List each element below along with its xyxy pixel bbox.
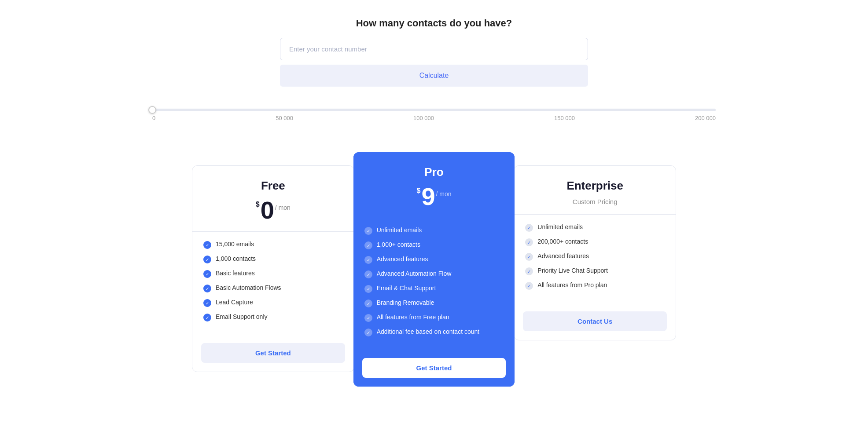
enterprise-custom-pricing: Custom Pricing	[523, 198, 667, 205]
slider-track	[152, 109, 716, 111]
check-icon: ✓	[525, 267, 533, 275]
enterprise-plan-footer: Contact Us	[514, 305, 676, 340]
pricing-section: Free $ 0 / mon ✓ 15,000 emails ✓ 1,000 c…	[192, 152, 676, 387]
list-item: ✓ 15,000 emails	[203, 241, 343, 249]
feature-text: 1,000+ contacts	[377, 241, 420, 248]
free-plan-name: Free	[201, 179, 345, 193]
feature-text: Unlimited emails	[537, 223, 583, 230]
feature-text: Email Support only	[216, 313, 268, 320]
check-icon: ✓	[364, 270, 372, 278]
check-icon: ✓	[364, 227, 372, 235]
feature-text: Advanced Automation Flow	[377, 270, 452, 277]
feature-text: 200,000+ contacts	[537, 238, 588, 245]
pro-plan-header: Pro $ 9 / mon	[353, 152, 515, 218]
slider-container[interactable]: 0 50 000 100 000 150 000 200 000	[152, 100, 716, 135]
list-item: ✓ Unlimited emails	[364, 226, 504, 235]
check-icon: ✓	[203, 241, 211, 249]
enterprise-plan-name: Enterprise	[523, 179, 667, 193]
slider-label-150k: 150 000	[554, 115, 575, 121]
contact-number-input[interactable]	[280, 38, 588, 60]
enterprise-contact-us-button[interactable]: Contact Us	[523, 311, 667, 331]
check-icon: ✓	[203, 285, 211, 292]
list-item: ✓ Advanced features	[364, 256, 504, 264]
feature-text: Basic features	[216, 270, 255, 277]
slider-label-50k: 50 000	[276, 115, 293, 121]
check-icon: ✓	[364, 241, 372, 249]
check-icon: ✓	[203, 299, 211, 307]
free-get-started-button[interactable]: Get Started	[201, 343, 345, 363]
slider-thumb[interactable]	[148, 106, 156, 114]
feature-text: All features from Free plan	[377, 314, 449, 321]
page-title: How many contacts do you have?	[356, 18, 512, 29]
feature-text: Advanced features	[537, 252, 589, 259]
free-price-period: / mon	[275, 204, 291, 211]
check-icon: ✓	[525, 224, 533, 232]
check-icon: ✓	[364, 314, 372, 322]
pro-price-amount: 9	[421, 184, 435, 209]
pro-plan-price: $ 9 / mon	[362, 184, 506, 209]
list-item: ✓ Basic Automation Flows	[203, 284, 343, 292]
list-item: ✓ Email & Chat Support	[364, 285, 504, 293]
list-item: ✓ Basic features	[203, 270, 343, 278]
feature-text: All features from Pro plan	[537, 281, 607, 289]
list-item: ✓ Priority Live Chat Support	[525, 267, 665, 275]
free-price-currency: $	[256, 201, 260, 208]
calculate-button[interactable]: Calculate	[280, 65, 588, 87]
pro-price-currency: $	[416, 187, 420, 195]
check-icon: ✓	[364, 256, 372, 264]
check-icon: ✓	[364, 285, 372, 293]
slider-section: 0 50 000 100 000 150 000 200 000	[126, 100, 742, 135]
list-item: ✓ Branding Removable	[364, 299, 504, 307]
free-plan-header: Free $ 0 / mon	[192, 166, 354, 232]
contact-input-section: Calculate	[280, 38, 588, 100]
check-icon: ✓	[203, 270, 211, 278]
free-price-amount: 0	[261, 198, 274, 223]
check-icon: ✓	[364, 329, 372, 336]
feature-text: Basic Automation Flows	[216, 284, 281, 291]
slider-labels: 0 50 000 100 000 150 000 200 000	[152, 115, 716, 121]
feature-text: Unlimited emails	[377, 226, 422, 234]
feature-text: Additional fee based on contact count	[377, 328, 480, 335]
list-item: ✓ Advanced Automation Flow	[364, 270, 504, 278]
list-item: ✓ Lead Capture	[203, 299, 343, 307]
feature-text: Branding Removable	[377, 299, 434, 306]
list-item: ✓ Unlimited emails	[525, 223, 665, 232]
enterprise-plan-header: Enterprise Custom Pricing	[514, 166, 676, 215]
check-icon: ✓	[364, 300, 372, 307]
slider-label-200k: 200 000	[695, 115, 716, 121]
pro-get-started-button[interactable]: Get Started	[362, 358, 506, 378]
list-item: ✓ All features from Free plan	[364, 314, 504, 322]
pro-price-period: / mon	[436, 190, 452, 197]
free-plan-price: $ 0 / mon	[201, 198, 345, 223]
list-item: ✓ Email Support only	[203, 313, 343, 321]
check-icon: ✓	[525, 238, 533, 246]
check-icon: ✓	[525, 253, 533, 261]
pro-plan-card: Pro $ 9 / mon ✓ Unlimited emails ✓ 1,000…	[353, 152, 515, 387]
list-item: ✓ 1,000+ contacts	[364, 241, 504, 249]
check-icon: ✓	[203, 314, 211, 321]
feature-text: 15,000 emails	[216, 241, 254, 248]
feature-text: Email & Chat Support	[377, 285, 436, 292]
list-item: ✓ Advanced features	[525, 252, 665, 261]
free-plan-card: Free $ 0 / mon ✓ 15,000 emails ✓ 1,000 c…	[192, 165, 354, 372]
pro-plan-features: ✓ Unlimited emails ✓ 1,000+ contacts ✓ A…	[353, 218, 515, 351]
feature-text: Advanced features	[377, 256, 428, 263]
feature-text: Lead Capture	[216, 299, 253, 306]
list-item: ✓ 200,000+ contacts	[525, 238, 665, 246]
pro-plan-footer: Get Started	[353, 351, 515, 387]
feature-text: Priority Live Chat Support	[537, 267, 608, 274]
enterprise-plan-features: ✓ Unlimited emails ✓ 200,000+ contacts ✓…	[514, 215, 676, 305]
feature-text: 1,000 contacts	[216, 255, 256, 262]
free-plan-features: ✓ 15,000 emails ✓ 1,000 contacts ✓ Basic…	[192, 232, 354, 336]
list-item: ✓ 1,000 contacts	[203, 255, 343, 263]
pro-plan-name: Pro	[362, 165, 506, 179]
list-item: ✓ Additional fee based on contact count	[364, 328, 504, 336]
enterprise-plan-card: Enterprise Custom Pricing ✓ Unlimited em…	[514, 165, 676, 340]
free-plan-footer: Get Started	[192, 336, 354, 372]
check-icon: ✓	[525, 282, 533, 290]
slider-label-100k: 100 000	[413, 115, 434, 121]
slider-label-0: 0	[152, 115, 155, 121]
check-icon: ✓	[203, 256, 211, 263]
list-item: ✓ All features from Pro plan	[525, 281, 665, 290]
